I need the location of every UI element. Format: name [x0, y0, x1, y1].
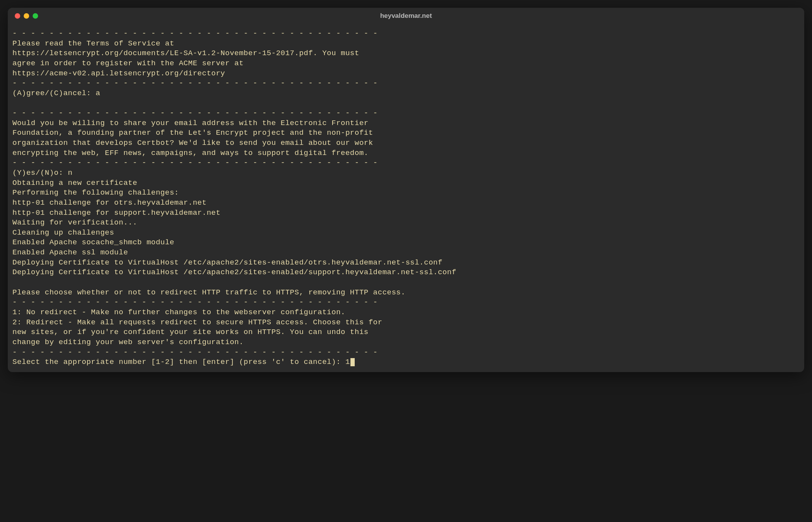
terminal-line: Enabled Apache ssl module — [12, 248, 800, 258]
terminal-line: Would you be willing to share your email… — [12, 118, 800, 129]
terminal-line: (Y)es/(N)o: n — [12, 168, 800, 178]
terminal-line: 1: No redirect - Make no further changes… — [12, 308, 800, 318]
terminal-line: Foundation, a founding partner of the Le… — [12, 128, 800, 138]
terminal-line: 2: Redirect - Make all requests redirect… — [12, 318, 800, 328]
terminal-line: http-01 challenge for support.heyvaldema… — [12, 208, 800, 218]
terminal-line: - - - - - - - - - - - - - - - - - - - - … — [12, 108, 800, 118]
terminal-line: agree in order to register with the ACME… — [12, 59, 800, 69]
terminal-line: encrypting the web, EFF news, campaigns,… — [12, 148, 800, 158]
terminal-line: Obtaining a new certificate — [12, 178, 800, 188]
terminal-line: organization that develops Certbot? We'd… — [12, 138, 800, 148]
terminal-line: https://acme-v02.api.letsencrypt.org/dir… — [12, 69, 800, 79]
cursor-icon — [350, 358, 355, 366]
terminal-line: Cleaning up challenges — [12, 228, 800, 238]
terminal-line: Deploying Certificate to VirtualHost /et… — [12, 268, 800, 278]
terminal-line: new sites, or if you're confident your s… — [12, 327, 800, 338]
terminal-line: Waiting for verification... — [12, 218, 800, 228]
terminal-line: Deploying Certificate to VirtualHost /et… — [12, 258, 800, 268]
minimize-button[interactable] — [24, 13, 29, 19]
terminal-line: Please read the Terms of Service at — [12, 39, 800, 49]
terminal-line: (A)gree/(C)ancel: a — [12, 89, 800, 99]
title-bar: heyvaldemar.net — [8, 8, 804, 24]
terminal-line: Enabled Apache socache_shmcb module — [12, 238, 800, 248]
traffic-lights — [15, 13, 38, 19]
terminal-line: - - - - - - - - - - - - - - - - - - - - … — [12, 348, 800, 358]
close-button[interactable] — [15, 13, 20, 19]
terminal-line: - - - - - - - - - - - - - - - - - - - - … — [12, 78, 800, 89]
terminal-line — [12, 98, 800, 108]
terminal-line: - - - - - - - - - - - - - - - - - - - - … — [12, 158, 800, 168]
prompt-text: Select the appropriate number [1-2] then… — [12, 358, 350, 366]
terminal-line — [12, 278, 800, 288]
terminal-line: change by editing your web server's conf… — [12, 338, 800, 348]
terminal-content[interactable]: - - - - - - - - - - - - - - - - - - - - … — [8, 24, 804, 372]
maximize-button[interactable] — [33, 13, 38, 19]
terminal-line: Performing the following challenges: — [12, 188, 800, 198]
terminal-window: heyvaldemar.net - - - - - - - - - - - - … — [8, 8, 804, 372]
terminal-line: - - - - - - - - - - - - - - - - - - - - … — [12, 298, 800, 308]
window-title: heyvaldemar.net — [380, 12, 432, 20]
terminal-prompt-line[interactable]: Select the appropriate number [1-2] then… — [12, 357, 800, 367]
terminal-line: https://letsencrypt.org/documents/LE-SA-… — [12, 49, 800, 59]
terminal-line: Please choose whether or not to redirect… — [12, 288, 800, 298]
terminal-line: - - - - - - - - - - - - - - - - - - - - … — [12, 29, 800, 39]
terminal-line: http-01 challenge for otrs.heyvaldemar.n… — [12, 198, 800, 208]
